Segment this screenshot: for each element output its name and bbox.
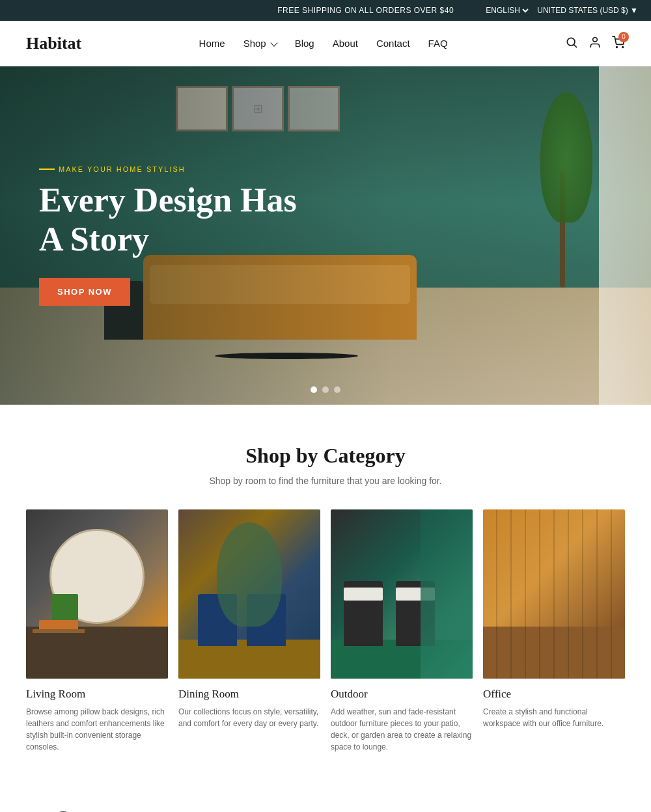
cart-icon-wrap[interactable]: 0: [612, 36, 625, 51]
account-icon[interactable]: [589, 36, 602, 51]
brands-section: JARDAN vitra. Allermuir MOROSO™ FortyWin…: [0, 779, 651, 812]
main-nav: Home Shop Blog About Contact FAQ: [199, 38, 448, 49]
currency-selector[interactable]: UNITED STATES (USD $) ▼: [537, 6, 638, 15]
svg-point-2: [593, 37, 598, 42]
category-outdoor-name: Outdoor: [331, 688, 473, 701]
category-living-room[interactable]: Living Room Browse among pillow back des…: [26, 509, 168, 753]
shop-chevron-icon: [270, 39, 277, 46]
shop-by-category-section: Shop by Category Shop by room to find th…: [0, 405, 651, 779]
category-office-name: Office: [483, 688, 625, 701]
language-selector[interactable]: ENGLISH: [483, 5, 531, 16]
site-header: Habitat Home Shop Blog About Contact FAQ: [0, 21, 651, 66]
category-outdoor-image: [331, 509, 473, 679]
category-living-room-desc: Browse among pillow back designs, rich l…: [26, 706, 168, 753]
top-bar: FREE SHIPPING ON ALL ORDERS OVER $40 ENG…: [0, 0, 651, 21]
category-office-image: [483, 509, 625, 679]
nav-faq[interactable]: FAQ: [428, 38, 448, 49]
nav-shop[interactable]: Shop: [243, 38, 277, 49]
cart-count: 0: [618, 32, 629, 42]
category-dining-room-desc: Our collections focus on style, versatil…: [178, 706, 320, 729]
hero-title: Every Design Has A Story: [39, 181, 312, 259]
hero-dot-1[interactable]: [311, 386, 317, 393]
category-outdoor[interactable]: Outdoor Add weather, sun and fade-resist…: [331, 509, 473, 753]
hero-dot-2[interactable]: [322, 386, 329, 393]
hero-section: ⊞ MAKE YOUR HOME STYLISH Every Design Ha…: [0, 66, 651, 405]
nav-about[interactable]: About: [333, 38, 358, 49]
shop-category-title: Shop by Category: [26, 444, 625, 468]
category-dining-room[interactable]: Dining Room Our collections focus on sty…: [178, 509, 320, 753]
nav-home[interactable]: Home: [199, 38, 225, 49]
svg-point-0: [567, 38, 575, 46]
site-logo[interactable]: Habitat: [26, 34, 81, 53]
svg-line-1: [574, 44, 577, 47]
category-living-room-name: Living Room: [26, 688, 168, 701]
hero-content: MAKE YOUR HOME STYLISH Every Design Has …: [0, 66, 352, 405]
category-grid: Living Room Browse among pillow back des…: [26, 509, 625, 753]
svg-point-4: [622, 46, 624, 47]
hero-dot-3[interactable]: [334, 386, 340, 393]
top-bar-right: ENGLISH UNITED STATES (USD $) ▼: [483, 5, 638, 16]
nav-contact[interactable]: Contact: [376, 38, 410, 49]
header-icons: 0: [565, 36, 625, 51]
hero-eyebrow: MAKE YOUR HOME STYLISH: [39, 165, 312, 173]
category-dining-room-name: Dining Room: [178, 688, 320, 701]
nav-blog[interactable]: Blog: [295, 38, 314, 49]
search-icon[interactable]: [565, 36, 578, 51]
hero-shop-now-button[interactable]: SHOP NOW: [39, 278, 130, 306]
category-dining-room-image: [178, 509, 320, 679]
category-living-room-image: [26, 509, 168, 679]
category-outdoor-desc: Add weather, sun and fade-resistant outd…: [331, 706, 473, 753]
svg-point-3: [616, 46, 618, 47]
category-office-desc: Create a stylish and functional workspac…: [483, 706, 625, 729]
hero-dots: [311, 386, 340, 393]
category-office[interactable]: Office Create a stylish and functional w…: [483, 509, 625, 753]
shop-category-subtitle: Shop by room to find the furniture that …: [26, 476, 625, 486]
shipping-announcement: FREE SHIPPING ON ALL ORDERS OVER $40: [248, 6, 483, 15]
